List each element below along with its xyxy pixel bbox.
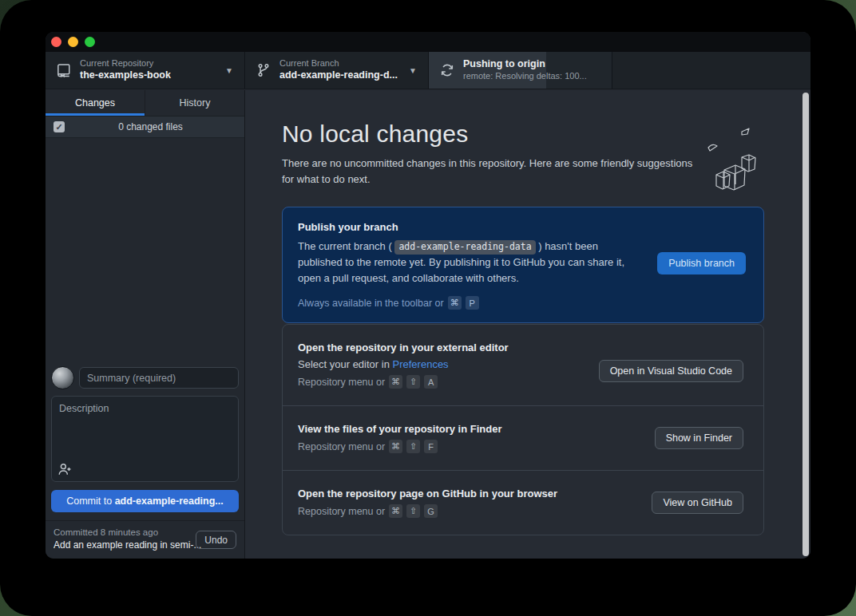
- p-key: P: [466, 296, 479, 310]
- changed-files-count: 0 changed files: [65, 121, 236, 132]
- close-window-button[interactable]: [51, 37, 61, 47]
- file-list-empty: [46, 138, 244, 360]
- current-repository-name: the-examples-book: [80, 69, 171, 82]
- suggestion-title: Open the repository in your external edi…: [298, 342, 748, 353]
- changes-sidebar: Changes History ✓ 0 changed files: [46, 90, 245, 559]
- select-all-checkbox[interactable]: ✓: [54, 121, 65, 132]
- cmd-key: ⌘: [448, 296, 462, 310]
- publish-body-pre: The current branch (: [298, 240, 392, 252]
- app-toolbar: Current Repository the-examples-book ▼ C…: [46, 52, 810, 89]
- zoom-window-button[interactable]: [85, 37, 95, 47]
- chevron-down-icon: ▼: [219, 66, 233, 75]
- git-branch-icon: [256, 63, 271, 77]
- publish-branch-panel: Publish your branch The current branch (…: [282, 207, 764, 323]
- push-status-text: remote: Resolving deltas: 100...: [463, 71, 587, 82]
- f-key: F: [424, 440, 438, 453]
- cmd-key: ⌘: [389, 440, 402, 453]
- current-repository-label: Current Repository: [80, 58, 171, 69]
- vertical-scrollbar[interactable]: [802, 93, 809, 556]
- commit-form: Commit to add-example-reading...: [46, 360, 244, 520]
- desktop-backdrop: Current Repository the-examples-book ▼ C…: [0, 0, 856, 616]
- push-title: Pushing to origin: [463, 58, 587, 71]
- current-repository-dropdown[interactable]: Current Repository the-examples-book ▼: [46, 52, 245, 89]
- commit-button-branch: add-example-reading...: [115, 496, 224, 507]
- editor-sub-text: Select your editor in: [298, 358, 393, 370]
- current-branch-name: add-example-reading-d...: [279, 69, 398, 82]
- a-key: A: [424, 375, 438, 389]
- summary-input[interactable]: [79, 367, 239, 389]
- suggestions-list: Open the repository in your external edi…: [282, 324, 764, 535]
- preferences-link[interactable]: Preferences: [393, 358, 449, 370]
- publish-branch-button[interactable]: Publish branch: [657, 252, 746, 274]
- publish-panel-body: The current branch ( add-example-reading…: [298, 239, 637, 286]
- cmd-key: ⌘: [389, 375, 402, 389]
- user-avatar: [51, 366, 74, 389]
- description-input[interactable]: [51, 396, 239, 482]
- chevron-down-icon: ▼: [402, 66, 417, 75]
- tab-changes[interactable]: Changes: [46, 90, 145, 116]
- suggestion-open-editor: Open the repository in your external edi…: [283, 325, 763, 406]
- current-branch-dropdown[interactable]: Current Branch add-example-reading-d... …: [245, 52, 429, 89]
- open-in-editor-button[interactable]: Open in Visual Studio Code: [599, 360, 743, 382]
- repo-book-icon: [57, 63, 71, 77]
- commit-button-prefix: Commit to: [66, 496, 114, 507]
- last-commit-bar: Committed 8 minutes ago Add an example r…: [46, 520, 244, 559]
- suggestion-view-on-github: Open the repository page on GitHub in yo…: [283, 471, 763, 535]
- main-content: No local changes There are no uncommitte…: [245, 90, 810, 559]
- g-key: G: [424, 504, 438, 518]
- push-to-origin-button[interactable]: Pushing to origin remote: Resolving delt…: [429, 52, 612, 89]
- publish-hint-text: Always available in the toolbar or: [298, 298, 444, 309]
- shift-key: ⇧: [406, 440, 420, 453]
- minimize-window-button[interactable]: [68, 37, 78, 47]
- view-on-github-button[interactable]: View on GitHub: [652, 492, 743, 514]
- window-titlebar: [46, 32, 810, 52]
- publish-panel-title: Publish your branch: [298, 221, 748, 233]
- hint-text: Repository menu or: [298, 441, 385, 452]
- show-in-finder-button[interactable]: Show in Finder: [655, 427, 743, 449]
- hint-text: Repository menu or: [298, 377, 385, 388]
- changed-files-header: ✓ 0 changed files: [46, 116, 244, 138]
- shift-key: ⇧: [406, 504, 420, 518]
- branch-code-chip: add-example-reading-data: [394, 240, 535, 255]
- shift-key: ⇧: [406, 375, 420, 389]
- suggestion-show-in-finder: View the files of your repository in Fin…: [283, 406, 763, 471]
- traffic-lights: [51, 37, 95, 47]
- commit-button[interactable]: Commit to add-example-reading...: [51, 490, 239, 512]
- undo-commit-button[interactable]: Undo: [196, 531, 236, 549]
- page-subtitle: There are no uncommitted changes in this…: [282, 156, 693, 188]
- no-changes-illustration: [692, 124, 766, 192]
- sync-icon: [440, 63, 454, 77]
- github-desktop-window: Current Repository the-examples-book ▼ C…: [46, 32, 810, 559]
- cmd-key: ⌘: [389, 504, 402, 518]
- sidebar-tabs: Changes History: [46, 90, 244, 116]
- hint-text: Repository menu or: [298, 506, 385, 517]
- tab-history[interactable]: History: [145, 90, 244, 116]
- current-branch-label: Current Branch: [279, 58, 398, 69]
- publish-shortcut-hint: Always available in the toolbar or ⌘ P: [298, 296, 748, 310]
- add-coauthor-icon[interactable]: [57, 462, 72, 476]
